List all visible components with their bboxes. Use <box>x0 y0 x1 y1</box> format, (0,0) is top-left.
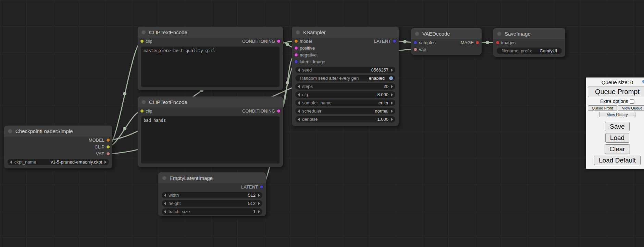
increment-arrow-icon[interactable] <box>391 118 393 121</box>
vae-port-icon[interactable] <box>414 48 417 51</box>
collapse-dot-icon[interactable] <box>8 129 12 133</box>
latent-port-icon[interactable] <box>414 41 417 44</box>
steps-widget[interactable]: steps 20 <box>295 83 395 90</box>
increment-arrow-icon[interactable] <box>258 210 260 213</box>
output-slot-vae[interactable]: VAE <box>4 150 112 157</box>
view-history-button[interactable]: View History <box>599 112 636 117</box>
scheduler-widget[interactable]: scheduler normal <box>295 108 395 114</box>
node-empty-latent-image[interactable]: EmptyLatentImage LATENT width 512 height… <box>158 172 266 216</box>
clip-port-icon[interactable] <box>140 40 144 43</box>
output-slot-model[interactable]: MODEL <box>4 136 112 143</box>
decrement-arrow-icon[interactable] <box>298 109 300 113</box>
negative-prompt-textarea[interactable]: bad hands <box>141 116 280 164</box>
collapse-dot-icon[interactable] <box>141 30 146 35</box>
increment-arrow-icon[interactable] <box>391 109 393 113</box>
node-vae-decode[interactable]: VAEDecode samples IMAGE vae <box>411 28 482 55</box>
image-port-icon[interactable] <box>496 41 499 44</box>
clip-port-icon[interactable] <box>140 109 144 113</box>
conditioning-port-icon[interactable] <box>277 40 280 43</box>
decrement-arrow-icon[interactable] <box>164 202 166 205</box>
node-graph-canvas[interactable]: CheckpointLoaderSimple MODEL CLIP VAE ck… <box>0 0 644 247</box>
input-slot-clip[interactable]: clip <box>139 108 153 114</box>
node-checkpoint-loader[interactable]: CheckpointLoaderSimple MODEL CLIP VAE ck… <box>4 126 112 168</box>
collapse-dot-icon[interactable] <box>162 176 166 180</box>
output-slot-latent[interactable]: LATENT <box>158 183 266 190</box>
clip-port-icon[interactable] <box>107 145 110 148</box>
load-default-button[interactable]: Load Default <box>594 156 641 165</box>
output-slot-image[interactable]: IMAGE <box>459 40 480 45</box>
height-widget[interactable]: height 512 <box>162 200 262 207</box>
decrement-arrow-icon[interactable] <box>298 68 300 72</box>
collapse-dot-icon[interactable] <box>497 31 501 36</box>
conditioning-port-icon[interactable] <box>277 109 280 113</box>
increment-arrow-icon[interactable] <box>391 101 393 105</box>
output-slot-conditioning[interactable]: CONDITIONING <box>242 39 282 44</box>
extra-options-checkbox[interactable] <box>630 99 634 104</box>
image-port-icon[interactable] <box>476 41 479 44</box>
toggle-dot-icon[interactable] <box>389 76 393 80</box>
width-widget[interactable]: width 512 <box>162 192 262 198</box>
input-slot-samples[interactable]: samples <box>412 40 436 45</box>
output-slot-conditioning[interactable]: CONDITIONING <box>242 108 282 114</box>
input-slot-latent-image[interactable]: latent_image <box>292 58 399 65</box>
decrement-arrow-icon[interactable] <box>298 118 300 121</box>
input-slot-clip[interactable]: clip <box>139 39 153 44</box>
node-titlebar[interactable]: KSampler <box>292 27 399 38</box>
decrement-arrow-icon[interactable] <box>298 93 300 96</box>
increment-arrow-icon[interactable] <box>391 93 393 96</box>
decrement-arrow-icon[interactable] <box>164 194 166 197</box>
batch-size-widget[interactable]: batch_size 1 <box>162 208 262 215</box>
node-titlebar[interactable]: CLIPTextEncode <box>138 96 283 107</box>
collapse-dot-icon[interactable] <box>415 31 419 36</box>
view-queue-button[interactable]: View Queue <box>618 105 644 111</box>
node-titlebar[interactable]: CLIPTextEncode <box>138 27 283 38</box>
model-port-icon[interactable] <box>107 139 110 142</box>
clear-button[interactable]: Clear <box>605 144 630 154</box>
sampler-name-widget[interactable]: sampler_name euler <box>295 100 395 106</box>
node-clip-text-encode-positive[interactable]: CLIPTextEncode clip CONDITIONING masterp… <box>138 27 283 90</box>
decrement-arrow-icon[interactable] <box>164 210 166 213</box>
increment-arrow-icon[interactable] <box>391 85 393 88</box>
input-slot-positive[interactable]: positive <box>292 44 399 51</box>
save-button[interactable]: Save <box>605 122 629 131</box>
input-slot-images[interactable]: images <box>493 39 565 46</box>
collapse-dot-icon[interactable] <box>296 30 300 35</box>
increment-arrow-icon[interactable] <box>258 194 260 197</box>
output-slot-clip[interactable]: CLIP <box>4 143 112 150</box>
node-ksampler[interactable]: KSampler model LATENT positive negative … <box>292 27 399 126</box>
increment-arrow-icon[interactable] <box>391 68 393 72</box>
filename-prefix-widget[interactable]: filename_prefix ComfyUI <box>497 48 562 54</box>
node-titlebar[interactable]: VAEDecode <box>411 28 482 39</box>
node-titlebar[interactable]: SaveImage <box>493 28 565 39</box>
input-slot-model[interactable]: model <box>293 39 312 44</box>
increment-arrow-icon[interactable] <box>258 202 260 205</box>
random-seed-toggle[interactable]: Random seed after every gen enabled <box>295 75 395 81</box>
conditioning-port-icon[interactable] <box>295 47 298 50</box>
latent-port-icon[interactable] <box>295 60 298 63</box>
load-button[interactable]: Load <box>605 133 629 143</box>
latent-port-icon[interactable] <box>260 185 263 188</box>
node-titlebar[interactable]: CheckpointLoaderSimple <box>4 126 112 136</box>
collapse-dot-icon[interactable] <box>141 100 146 104</box>
cfg-widget[interactable]: cfg 8.000 <box>295 91 395 98</box>
settings-gear-icon[interactable] <box>642 79 644 84</box>
node-titlebar[interactable]: EmptyLatentImage <box>158 172 266 183</box>
latent-port-icon[interactable] <box>393 40 396 43</box>
ckpt-name-widget[interactable]: ckpt_name v1-5-pruned-emaonly.ckpt <box>8 159 109 165</box>
output-slot-latent[interactable]: LATENT <box>373 39 397 44</box>
conditioning-port-icon[interactable] <box>295 53 298 56</box>
decrement-arrow-icon[interactable] <box>298 101 300 105</box>
model-port-icon[interactable] <box>295 40 298 43</box>
queue-prompt-button[interactable]: Queue Prompt <box>588 87 644 97</box>
queue-front-button[interactable]: Queue Front <box>588 105 617 111</box>
increment-arrow-icon[interactable] <box>104 160 107 164</box>
node-clip-text-encode-negative[interactable]: CLIPTextEncode clip CONDITIONING bad han… <box>138 96 283 167</box>
decrement-arrow-icon[interactable] <box>10 160 12 164</box>
input-slot-vae[interactable]: vae <box>411 46 482 53</box>
vae-port-icon[interactable] <box>107 152 110 155</box>
node-save-image[interactable]: SaveImage images filename_prefix ComfyUI <box>493 28 565 57</box>
positive-prompt-textarea[interactable]: masterpiece best quality girl <box>141 47 280 87</box>
seed-widget[interactable]: seed 8566257 <box>295 67 395 73</box>
input-slot-negative[interactable]: negative <box>292 51 399 58</box>
denoise-widget[interactable]: denoise 1.000 <box>295 116 395 122</box>
